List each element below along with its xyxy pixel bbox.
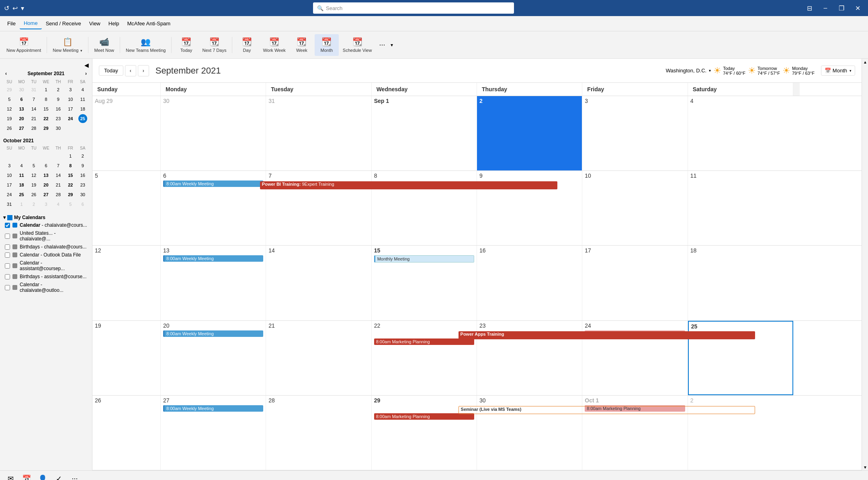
cal-cell-sep11[interactable]: 11 (688, 171, 793, 245)
mini-cal-day[interactable]: 16 (78, 171, 87, 180)
today-button[interactable]: 📆 Today (174, 34, 198, 56)
calendar-item-1[interactable]: Calendar - chalaivate@cours... (3, 221, 89, 229)
mini-cal-day[interactable]: 14 (29, 105, 38, 113)
mini-cal-day[interactable]: 1 (17, 200, 26, 209)
mini-cal-day[interactable]: 25 (17, 190, 26, 199)
calendar-item-5[interactable]: Calendar - assistant@coursep... (3, 259, 89, 273)
mini-cal-day[interactable]: 20 (17, 114, 26, 123)
scroll-up-icon[interactable]: ▲ (862, 59, 868, 65)
mini-cal-day[interactable]: 27 (41, 190, 50, 199)
mini-cal-day[interactable]: 2 (29, 200, 38, 209)
event-seminar-teams[interactable]: Seminar (Live via MS Teams) (459, 406, 755, 414)
mini-cal-day[interactable]: 26 (29, 190, 38, 199)
meet-now-button[interactable]: 📹 Meet Now (91, 34, 117, 56)
mini-cal-day[interactable]: 8 (41, 95, 50, 104)
event-weekly-meeting-6[interactable]: 8:00am Weekly Meeting (163, 181, 263, 187)
mini-cal-day[interactable]: 2 (54, 85, 63, 94)
restore-btn[interactable]: ⊟ (803, 2, 816, 14)
event-weekly-meeting-27[interactable]: 8:00am Weekly Meeting (163, 405, 263, 412)
cal-cell-sep26[interactable]: 26 (92, 396, 161, 470)
more-options-icon[interactable]: ··· (376, 41, 388, 49)
refresh-icon[interactable]: ↺ (4, 4, 9, 12)
right-scrollbar[interactable]: ▲ ▼ (862, 59, 868, 470)
today-nav-button[interactable]: Today (99, 66, 123, 76)
calendar-checkbox-4[interactable] (5, 252, 10, 258)
mini-cal-day[interactable]: 22 (41, 114, 50, 123)
mini-cal-day[interactable]: 29 (41, 124, 50, 133)
mini-cal-day[interactable]: 3 (5, 161, 14, 170)
event-monthly-meeting[interactable]: Monthly Meeting (374, 255, 474, 263)
mini-cal-day[interactable]: 10 (66, 95, 75, 104)
mini-cal-day[interactable]: 21 (54, 181, 63, 189)
people-nav-button[interactable]: 👤 (35, 472, 50, 480)
calendar-item-7[interactable]: Calendar - chalaivate@outloo... (3, 281, 89, 294)
mini-cal-day[interactable]: 18 (78, 105, 87, 113)
cal-cell-sep21[interactable]: 21 (266, 321, 371, 395)
mini-cal-day[interactable]: 5 (29, 161, 38, 170)
cal-cell-sep1[interactable]: Sep 1 (372, 96, 477, 170)
minimize-btn[interactable]: – (819, 2, 832, 14)
scroll-down-icon[interactable]: ▼ (862, 464, 868, 470)
mini-cal-day[interactable]: 11 (78, 95, 87, 104)
mini-cal-day[interactable]: 15 (41, 105, 50, 113)
prev-month-button[interactable]: ‹ (125, 65, 136, 76)
menu-view[interactable]: View (85, 18, 104, 29)
cal-cell-sep14[interactable]: 14 (266, 246, 371, 320)
menu-file[interactable]: File (3, 18, 20, 29)
month-button[interactable]: 📆 Month (315, 34, 339, 56)
menu-home[interactable]: Home (20, 18, 42, 29)
cal-cell-sep12[interactable]: 12 (92, 246, 161, 320)
cal-cell-sep28[interactable]: 28 (266, 396, 371, 470)
mini-cal-day[interactable]: 4 (17, 161, 26, 170)
cal-cell-sep15[interactable]: 15 Monthly Meeting (372, 246, 477, 320)
calendar-item-2[interactable]: United States... - chalaivate@... (3, 229, 89, 243)
close-btn[interactable]: ✕ (851, 2, 864, 14)
calendar-item-6[interactable]: Birthdays - assistant@course... (3, 273, 89, 281)
mini-cal-day[interactable]: 6 (41, 161, 50, 170)
cal-cell-sep6[interactable]: 6 8:00am Weekly Meeting (161, 171, 266, 245)
event-marketing-planning-29[interactable]: 8:00am Marketing Planning (374, 413, 474, 420)
calendar-item-4[interactable]: Calendar - Outlook Data File (3, 251, 89, 259)
menu-help[interactable]: Help (104, 18, 123, 29)
mini-cal-day[interactable]: 4 (78, 85, 87, 94)
mini-cal-day[interactable]: 30 (78, 190, 87, 199)
calendar-item-3[interactable]: Birthdays - chalaivate@cours... (3, 243, 89, 251)
cal-cell-sep19[interactable]: 19 (92, 321, 161, 395)
mini-cal-day[interactable]: 9 (54, 95, 63, 104)
mini-cal-day[interactable]: 2 (78, 152, 87, 160)
new-appointment-button[interactable]: 📅 New Appointment (3, 34, 44, 56)
work-week-button[interactable]: 📆 Work Week (260, 34, 289, 56)
mail-nav-button[interactable]: ✉ (3, 472, 18, 480)
mini-cal-day[interactable]: 1 (66, 152, 75, 160)
mini-cal-day[interactable]: 16 (54, 105, 63, 113)
mini-cal-day[interactable]: 1 (41, 85, 50, 94)
undo-icon[interactable]: ↩ (12, 4, 18, 12)
menu-send-receive[interactable]: Send / Receive (42, 18, 85, 29)
event-weekly-meeting-20[interactable]: 8:00am Weekly Meeting (163, 330, 263, 337)
mini-cal-day-today[interactable]: 25 (78, 114, 87, 123)
maximize-btn[interactable]: ❐ (835, 2, 848, 14)
mini-cal-day[interactable]: 24 (66, 114, 75, 123)
day-view-button[interactable]: 📆 Day (235, 34, 259, 56)
cal-cell-sep10[interactable]: 10 (582, 171, 688, 245)
mini-cal-day[interactable]: 30 (17, 85, 26, 94)
cal-cell-sep13[interactable]: 13 8:00am Weekly Meeting (161, 246, 266, 320)
mini-cal-day[interactable]: 6 (17, 95, 26, 104)
mini-cal-day[interactable]: 13 (17, 105, 26, 113)
mini-cal-day[interactable]: 28 (29, 124, 38, 133)
mini-cal-day[interactable]: 27 (17, 124, 26, 133)
mini-cal-day[interactable]: 11 (17, 171, 26, 180)
my-calendars-header[interactable]: ▾ My Calendars (3, 214, 89, 221)
mini-cal-day[interactable]: 22 (66, 181, 75, 189)
calendar-nav-button[interactable]: 📅 (19, 472, 34, 480)
mini-cal-day[interactable]: 18 (17, 181, 26, 189)
next-7-days-button[interactable]: 📆 Next 7 Days (199, 34, 229, 56)
mini-cal-day[interactable]: 7 (54, 161, 63, 170)
mini-cal-day[interactable]: 29 (66, 190, 75, 199)
location-dropdown-icon[interactable]: ▾ (709, 68, 711, 73)
cal-cell-sep4[interactable]: 4 (688, 96, 793, 170)
schedule-view-button[interactable]: 📆 Schedule View (340, 34, 375, 56)
cal-cell-sep16[interactable]: 16 (477, 246, 582, 320)
mini-cal-day[interactable]: 19 (5, 114, 14, 123)
mini-cal-day[interactable]: 28 (54, 190, 63, 199)
